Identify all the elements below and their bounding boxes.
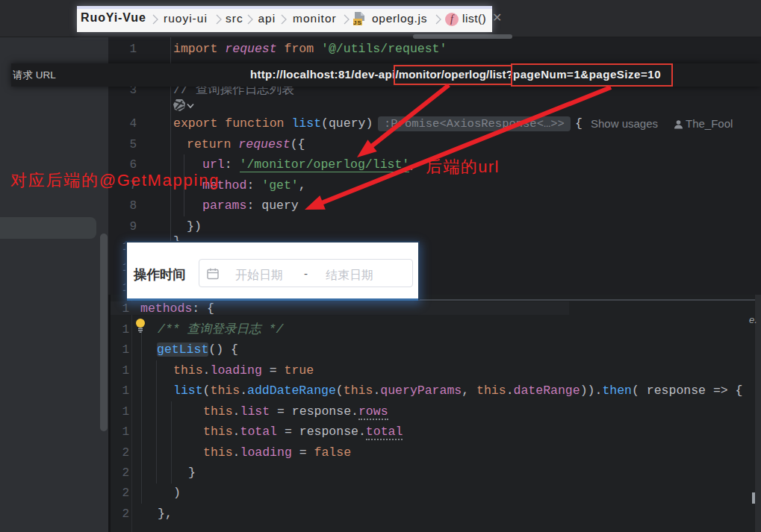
svg-text:JS: JS: [353, 19, 362, 26]
